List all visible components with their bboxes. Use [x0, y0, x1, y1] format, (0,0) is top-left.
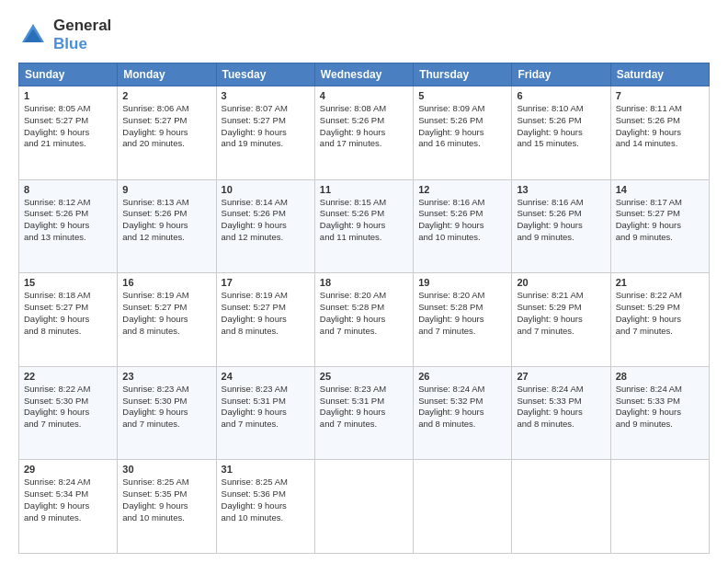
calendar-cell: 2Sunrise: 8:06 AMSunset: 5:27 PMDaylight… [118, 86, 216, 180]
calendar-cell: 7Sunrise: 8:11 AMSunset: 5:26 PMDaylight… [610, 86, 709, 180]
day-info-line: Sunset: 5:26 PM [24, 208, 88, 218]
calendar-cell: 28Sunrise: 8:24 AMSunset: 5:33 PMDayligh… [610, 366, 709, 460]
day-info-line: Sunrise: 8:07 AM [222, 103, 288, 113]
day-info-line: Daylight: 9 hours [24, 500, 89, 511]
calendar-cell: 1Sunrise: 8:05 AMSunset: 5:27 PMDaylight… [19, 86, 118, 180]
day-content: Sunrise: 8:17 AMSunset: 5:27 PMDaylight:… [616, 197, 704, 244]
day-info-line: Daylight: 9 hours [222, 220, 287, 230]
day-number: 24 [222, 371, 310, 382]
day-content: Sunrise: 8:09 AMSunset: 5:26 PMDaylight:… [418, 103, 506, 150]
day-number: 30 [122, 464, 210, 475]
day-info-line: Sunrise: 8:09 AM [418, 103, 484, 113]
day-info-line: Sunrise: 8:14 AM [222, 197, 288, 207]
day-info-line: Sunset: 5:28 PM [418, 302, 483, 312]
day-content: Sunrise: 8:21 AMSunset: 5:29 PMDaylight:… [517, 290, 605, 337]
day-info-line: and 11 minutes. [320, 232, 382, 242]
day-info-line: Daylight: 9 hours [122, 127, 188, 137]
day-info-line: Sunset: 5:27 PM [616, 208, 680, 218]
day-info-line: Daylight: 9 hours [122, 407, 188, 417]
day-number: 23 [122, 371, 210, 382]
day-info-line: Sunrise: 8:22 AM [24, 384, 90, 394]
calendar-cell: 3Sunrise: 8:07 AMSunset: 5:27 PMDaylight… [216, 86, 314, 180]
day-info-line: Sunrise: 8:23 AM [222, 384, 288, 394]
day-info-line: and 10 minutes. [122, 512, 185, 523]
day-info-line: Daylight: 9 hours [122, 500, 188, 511]
day-info-line: Sunset: 5:26 PM [418, 115, 483, 125]
day-info-line: Sunset: 5:26 PM [517, 208, 581, 218]
day-info-line: Sunset: 5:33 PM [517, 396, 581, 406]
calendar-cell: 6Sunrise: 8:10 AMSunset: 5:26 PMDaylight… [512, 86, 610, 180]
calendar-cell: 16Sunrise: 8:19 AMSunset: 5:27 PMDayligh… [118, 273, 216, 367]
calendar-cell: 29Sunrise: 8:24 AMSunset: 5:34 PMDayligh… [19, 460, 118, 554]
calendar-cell: 27Sunrise: 8:24 AMSunset: 5:33 PMDayligh… [512, 366, 610, 460]
day-content: Sunrise: 8:19 AMSunset: 5:27 PMDaylight:… [222, 290, 310, 337]
logo-text: General Blue [53, 17, 111, 53]
day-info-line: and 9 minutes. [517, 232, 574, 242]
day-number: 27 [517, 371, 605, 382]
day-info-line: Sunset: 5:26 PM [222, 208, 286, 218]
day-info-line: and 9 minutes. [616, 419, 673, 429]
calendar-cell [610, 460, 709, 554]
day-content: Sunrise: 8:23 AMSunset: 5:30 PMDaylight:… [122, 384, 210, 431]
day-info-line: Daylight: 9 hours [616, 407, 681, 417]
day-number: 14 [616, 184, 704, 195]
calendar-cell [414, 460, 512, 554]
calendar-body: 1Sunrise: 8:05 AMSunset: 5:27 PMDaylight… [19, 86, 710, 554]
logo: General Blue [18, 17, 111, 53]
day-info-line: Sunset: 5:26 PM [320, 115, 384, 125]
day-info-line: Daylight: 9 hours [616, 314, 681, 324]
calendar-cell: 26Sunrise: 8:24 AMSunset: 5:32 PMDayligh… [414, 366, 512, 460]
day-header-monday: Monday [118, 63, 216, 86]
day-content: Sunrise: 8:11 AMSunset: 5:26 PMDaylight:… [616, 103, 704, 150]
day-content: Sunrise: 8:19 AMSunset: 5:27 PMDaylight:… [122, 290, 210, 337]
day-info-line: Sunset: 5:26 PM [616, 115, 680, 125]
calendar-week-3: 15Sunrise: 8:18 AMSunset: 5:27 PMDayligh… [19, 273, 710, 367]
day-info-line: Sunset: 5:27 PM [122, 302, 187, 312]
day-number: 21 [616, 277, 704, 288]
day-info-line: Daylight: 9 hours [320, 314, 385, 324]
day-info-line: and 8 minutes. [222, 326, 279, 336]
calendar-cell: 10Sunrise: 8:14 AMSunset: 5:26 PMDayligh… [216, 179, 314, 273]
day-info-line: Daylight: 9 hours [418, 127, 483, 137]
day-number: 2 [122, 90, 210, 101]
calendar-cell: 12Sunrise: 8:16 AMSunset: 5:26 PMDayligh… [414, 179, 512, 273]
day-info-line: and 10 minutes. [222, 512, 284, 523]
day-info-line: and 8 minutes. [517, 419, 574, 429]
day-content: Sunrise: 8:24 AMSunset: 5:32 PMDaylight:… [418, 384, 506, 431]
day-content: Sunrise: 8:25 AMSunset: 5:36 PMDaylight:… [222, 477, 310, 523]
day-info-line: Sunset: 5:26 PM [122, 208, 187, 218]
day-info-line: Daylight: 9 hours [24, 407, 89, 417]
day-info-line: Sunrise: 8:05 AM [24, 103, 90, 113]
day-info-line: and 7 minutes. [222, 419, 279, 429]
day-number: 10 [222, 184, 310, 195]
day-info-line: Sunset: 5:29 PM [517, 302, 581, 312]
day-info-line: Sunset: 5:30 PM [122, 396, 187, 406]
day-header-friday: Friday [512, 63, 610, 86]
day-content: Sunrise: 8:25 AMSunset: 5:35 PMDaylight:… [122, 477, 210, 523]
day-info-line: Sunrise: 8:11 AM [616, 103, 682, 113]
day-info-line: and 21 minutes. [24, 138, 86, 148]
day-header-sunday: Sunday [19, 63, 118, 86]
day-info-line: and 9 minutes. [24, 512, 81, 523]
day-info-line: Daylight: 9 hours [24, 127, 89, 137]
calendar-cell: 22Sunrise: 8:22 AMSunset: 5:30 PMDayligh… [19, 366, 118, 460]
day-number: 9 [122, 184, 210, 195]
day-info-line: Sunrise: 8:17 AM [616, 197, 682, 207]
day-content: Sunrise: 8:24 AMSunset: 5:33 PMDaylight:… [517, 384, 605, 431]
day-number: 4 [320, 90, 408, 101]
calendar-week-2: 8Sunrise: 8:12 AMSunset: 5:26 PMDaylight… [19, 179, 710, 273]
day-info-line: Sunset: 5:27 PM [122, 115, 187, 125]
day-number: 17 [222, 277, 310, 288]
day-info-line: Sunset: 5:28 PM [320, 302, 384, 312]
day-info-line: Sunrise: 8:21 AM [517, 290, 583, 300]
day-info-line: Daylight: 9 hours [222, 314, 287, 324]
day-number: 16 [122, 277, 210, 288]
calendar-cell: 5Sunrise: 8:09 AMSunset: 5:26 PMDaylight… [414, 86, 512, 180]
day-content: Sunrise: 8:23 AMSunset: 5:31 PMDaylight:… [320, 384, 408, 431]
day-info-line: Sunrise: 8:12 AM [24, 197, 90, 207]
day-info-line: and 7 minutes. [24, 419, 81, 429]
day-content: Sunrise: 8:12 AMSunset: 5:26 PMDaylight:… [24, 197, 112, 244]
day-info-line: Daylight: 9 hours [122, 314, 188, 324]
day-info-line: Sunset: 5:32 PM [418, 396, 483, 406]
calendar-cell: 20Sunrise: 8:21 AMSunset: 5:29 PMDayligh… [512, 273, 610, 367]
